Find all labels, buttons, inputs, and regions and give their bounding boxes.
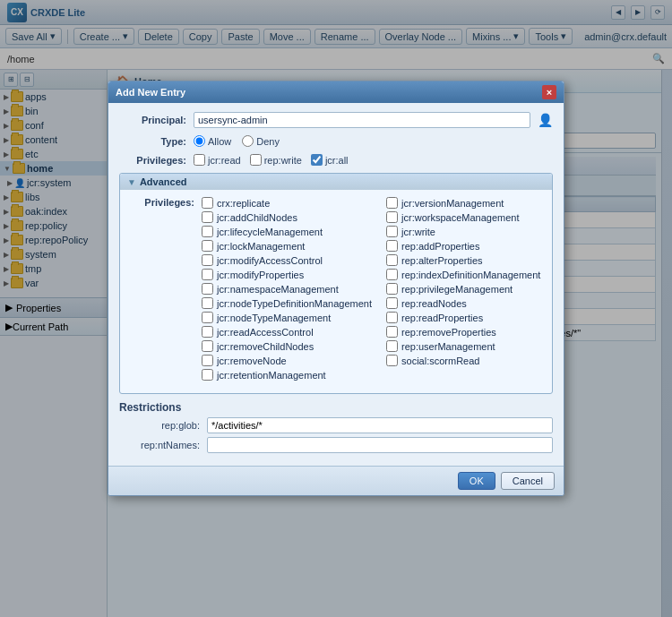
priv-jcr-read-access-ctrl[interactable]: jcr:readAccessControl: [202, 326, 372, 338]
priv-rep-remove-props[interactable]: rep:removeProperties: [386, 326, 545, 338]
priv-jcr-lifecycle-cb[interactable]: [202, 226, 213, 237]
add-new-entry-modal: Add New Entry × Principal: 👤 Type: Allow: [108, 81, 564, 496]
priv-jcr-modify-props[interactable]: jcr:modifyProperties: [202, 269, 372, 280]
cancel-button[interactable]: Cancel: [501, 472, 555, 490]
priv-rep-priv-cb[interactable]: [386, 283, 398, 295]
priv-jcr-modify-props-cb[interactable]: [202, 269, 213, 280]
priv-rep-rp-cb[interactable]: [386, 312, 398, 323]
type-label: Type:: [119, 136, 186, 147]
priv-jcr-write-cb[interactable]: [386, 226, 398, 237]
type-allow-radio[interactable]: [194, 135, 205, 147]
rep-nt-names-key: rep:ntNames:: [119, 440, 200, 450]
type-deny-radio[interactable]: [242, 135, 254, 147]
priv-jcr-workspace-cb[interactable]: [386, 211, 398, 223]
priv-rep-index-def[interactable]: rep:indexDefinitionManagement: [386, 269, 545, 280]
privileges-grid: crx:replicate jcr:versionManagement jcr:…: [202, 197, 545, 381]
modal-title: Add New Entry: [116, 87, 185, 98]
privileges-row: Privileges: jcr:read rep:write jcr:all: [119, 154, 553, 166]
advanced-header[interactable]: ▼ Advanced: [120, 174, 552, 190]
priv-social-scorm-cb[interactable]: [386, 355, 398, 366]
priv-rep-rmp-cb[interactable]: [386, 326, 398, 338]
priv-jcr-ns-cb[interactable]: [202, 283, 213, 295]
privileges-checkboxes: jcr:read rep:write jcr:all: [194, 154, 349, 166]
priv-jcr-modify-access[interactable]: jcr:modifyAccessControl: [202, 254, 372, 266]
rep-nt-names-row: rep:ntNames:: [119, 437, 553, 453]
restrictions-label: Restrictions: [119, 401, 553, 414]
priv-jcr-all-label[interactable]: jcr:all: [311, 154, 349, 166]
principal-label: Principal:: [119, 115, 186, 125]
priv-jcr-read-text: jcr:read: [208, 155, 241, 166]
priv-jcr-version-mgmt[interactable]: jcr:versionManagement: [386, 197, 545, 209]
modal-close-button[interactable]: ×: [542, 85, 556, 99]
priv-jcr-lock-cb[interactable]: [202, 240, 213, 252]
priv-jcr-namespace-mgmt[interactable]: jcr:namespaceManagement: [202, 283, 372, 295]
rep-glob-row: rep:glob:: [119, 417, 553, 433]
priv-jcr-version-cb[interactable]: [386, 197, 398, 209]
user-search-icon[interactable]: 👤: [538, 113, 553, 127]
priv-rep-read-props[interactable]: rep:readProperties: [386, 312, 545, 323]
priv-jcr-modify-access-cb[interactable]: [202, 254, 213, 266]
restrictions-section: Restrictions rep:glob: rep:ntNames:: [119, 401, 553, 453]
priv-rep-add-props[interactable]: rep:addProperties: [386, 240, 545, 252]
type-deny-text: Deny: [256, 136, 280, 147]
advanced-toggle-icon: ▼: [127, 177, 136, 187]
advanced-section: ▼ Advanced Privileges: crx:replicate: [119, 173, 553, 394]
priv-rep-write-text: rep:write: [264, 155, 302, 166]
priv-rep-alter-props-cb[interactable]: [386, 254, 398, 266]
type-row: Type: Allow Deny: [119, 135, 553, 147]
priv-rep-user-mgmt[interactable]: rep:userManagement: [386, 340, 545, 352]
priv-jcr-node-type-def[interactable]: jcr:nodeTypeDefinitionManagement: [202, 297, 372, 309]
priv-rep-index-def-cb[interactable]: [386, 269, 398, 280]
priv-jcr-workspace-mgmt[interactable]: jcr:workspaceManagement: [386, 211, 545, 223]
priv-jcr-lifecycle-mgmt[interactable]: jcr:lifecycleManagement: [202, 226, 372, 237]
priv-jcr-rn-cb[interactable]: [202, 355, 213, 366]
priv-jcr-node-type-mgmt[interactable]: jcr:nodeTypeManagement: [202, 312, 372, 323]
modal-body: Principal: 👤 Type: Allow Deny: [108, 103, 564, 466]
priv-jcr-ntd-cb[interactable]: [202, 297, 213, 309]
priv-rep-alter-props[interactable]: rep:alterProperties: [386, 254, 545, 266]
rep-glob-input[interactable]: [207, 417, 553, 433]
priv-rep-privilege-mgmt[interactable]: rep:privilegeManagement: [386, 283, 545, 295]
priv-jcr-all-text: jcr:all: [325, 155, 349, 166]
type-radio-group: Allow Deny: [194, 135, 280, 147]
rep-glob-key: rep:glob:: [119, 420, 200, 431]
priv-jcr-remove-child-nodes[interactable]: jcr:removeChildNodes: [202, 340, 372, 352]
privileges-label: Privileges:: [119, 155, 186, 166]
priv-crx-replicate[interactable]: crx:replicate: [202, 197, 372, 209]
priv-rep-read-nodes[interactable]: rep:readNodes: [386, 297, 545, 309]
priv-rep-rn-cb[interactable]: [386, 297, 398, 309]
type-deny-label[interactable]: Deny: [242, 135, 280, 147]
priv-rep-write-checkbox[interactable]: [250, 154, 262, 166]
priv-jcr-read-checkbox[interactable]: [194, 154, 205, 166]
priv-jcr-retention-mgmt[interactable]: jcr:retentionManagement: [202, 369, 372, 381]
priv-social-scorm-read[interactable]: social:scormRead: [386, 355, 545, 366]
modal-titlebar: Add New Entry ×: [108, 81, 564, 103]
modal-footer: OK Cancel: [108, 466, 564, 495]
principal-row: Principal: 👤: [119, 112, 553, 128]
priv-rep-um-cb[interactable]: [386, 340, 398, 352]
modal-overlay: Add New Entry × Principal: 👤 Type: Allow: [0, 0, 672, 617]
priv-jcr-add-child-nodes[interactable]: jcr:addChildNodes: [202, 211, 372, 223]
priv-jcr-ret-cb[interactable]: [202, 369, 213, 381]
priv-jcr-ntm-cb[interactable]: [202, 312, 213, 323]
priv-jcr-rac-cb[interactable]: [202, 326, 213, 338]
priv-jcr-rcn-cb[interactable]: [202, 340, 213, 352]
rep-nt-names-input[interactable]: [207, 437, 553, 453]
advanced-label: Advanced: [140, 176, 187, 187]
ok-button[interactable]: OK: [458, 472, 495, 490]
priv-jcr-remove-node[interactable]: jcr:removeNode: [202, 355, 372, 366]
principal-input[interactable]: [194, 112, 530, 128]
priv-jcr-write[interactable]: jcr:write: [386, 226, 545, 237]
priv-jcr-read-label[interactable]: jcr:read: [194, 154, 241, 166]
priv-jcr-all-checkbox[interactable]: [311, 154, 323, 166]
type-allow-label[interactable]: Allow: [194, 135, 231, 147]
priv-crx-replicate-cb[interactable]: [202, 197, 213, 209]
priv-jcr-add-child-cb[interactable]: [202, 211, 213, 223]
adv-priv-label: Privileges:: [127, 197, 194, 208]
advanced-body: Privileges: crx:replicate jcr:versionMan…: [120, 190, 552, 393]
priv-jcr-lock-mgmt[interactable]: jcr:lockManagement: [202, 240, 372, 252]
type-allow-text: Allow: [208, 136, 231, 147]
priv-rep-write-label[interactable]: rep:write: [250, 154, 302, 166]
priv-rep-add-props-cb[interactable]: [386, 240, 398, 252]
